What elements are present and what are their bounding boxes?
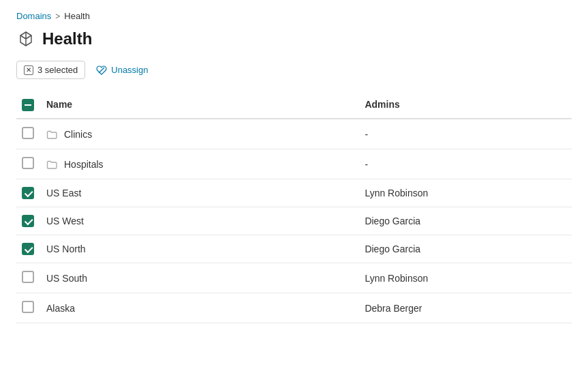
row-checkbox-cell[interactable] — [16, 119, 41, 149]
row-checkbox[interactable] — [22, 243, 34, 255]
folder-icon — [46, 159, 59, 170]
row-admins-cell: - — [359, 149, 572, 179]
breadcrumb-current: Health — [64, 11, 90, 21]
selected-count-label: 3 selected — [37, 65, 78, 75]
row-admins-cell: - — [359, 119, 572, 149]
header-checkbox-cell[interactable] — [16, 90, 41, 119]
page-header: Health — [16, 29, 572, 48]
row-checkbox[interactable] — [22, 127, 34, 139]
row-name-cell: US North — [41, 235, 359, 263]
row-admins-cell: Debra Berger — [359, 293, 572, 323]
row-checkbox-cell[interactable] — [16, 235, 41, 263]
row-admins-cell: Lynn Robinson — [359, 263, 572, 293]
folder-icon — [46, 129, 59, 140]
row-name: US South — [46, 273, 87, 284]
table-header-row: Name Admins — [16, 90, 572, 119]
row-checkbox-cell[interactable] — [16, 263, 41, 293]
row-name: US North — [46, 243, 86, 254]
row-name-cell: Alaska — [41, 293, 359, 323]
breadcrumb: Domains > Health — [16, 11, 572, 21]
row-checkbox[interactable] — [22, 215, 34, 227]
col-header-name: Name — [41, 90, 359, 119]
table-row: Hospitals- — [16, 149, 572, 179]
row-name-cell: US East — [41, 179, 359, 207]
unassign-label: Unassign — [111, 65, 148, 75]
row-checkbox[interactable] — [22, 157, 34, 169]
breadcrumb-parent-link[interactable]: Domains — [16, 11, 51, 21]
main-page: Domains > Health Health ✕ 3 selected Una… — [0, 0, 588, 369]
unassign-button[interactable]: Unassign — [91, 61, 153, 79]
row-checkbox[interactable] — [22, 271, 34, 283]
row-checkbox[interactable] — [22, 301, 34, 313]
row-checkbox-cell[interactable] — [16, 149, 41, 179]
row-name: Clinics — [64, 129, 92, 140]
row-name: US West — [46, 216, 84, 226]
clear-selection-icon: ✕ — [24, 65, 33, 75]
table-row: US WestDiego Garcia — [16, 207, 572, 235]
header-checkbox[interactable] — [22, 99, 34, 111]
selected-count-badge[interactable]: ✕ 3 selected — [16, 61, 85, 79]
table-row: US SouthLynn Robinson — [16, 263, 572, 293]
data-table: Name Admins Clinics-Hospitals-US EastLyn… — [16, 90, 572, 323]
row-checkbox[interactable] — [22, 187, 34, 199]
row-checkbox-cell[interactable] — [16, 207, 41, 235]
page-title: Health — [42, 29, 92, 48]
col-header-admins: Admins — [359, 90, 572, 119]
row-name: Hospitals — [64, 159, 104, 170]
row-admins-cell: Diego Garcia — [359, 235, 572, 263]
row-admins-cell: Lynn Robinson — [359, 179, 572, 207]
row-admins-cell: Diego Garcia — [359, 207, 572, 235]
row-name-cell: Clinics — [41, 119, 359, 149]
row-name-cell: US South — [41, 263, 359, 293]
toolbar: ✕ 3 selected Unassign — [16, 61, 572, 79]
table-row: Clinics- — [16, 119, 572, 149]
row-name: US East — [46, 188, 81, 198]
table-row: AlaskaDebra Berger — [16, 293, 572, 323]
domain-icon — [16, 29, 35, 48]
row-checkbox-cell[interactable] — [16, 179, 41, 207]
row-name-cell: US West — [41, 207, 359, 235]
table-row: US EastLynn Robinson — [16, 179, 572, 207]
table-row: US NorthDiego Garcia — [16, 235, 572, 263]
row-name-cell: Hospitals — [41, 149, 359, 179]
breadcrumb-separator: > — [55, 12, 60, 21]
row-checkbox-cell[interactable] — [16, 293, 41, 323]
row-name: Alaska — [46, 303, 75, 314]
unassign-icon — [96, 65, 107, 76]
